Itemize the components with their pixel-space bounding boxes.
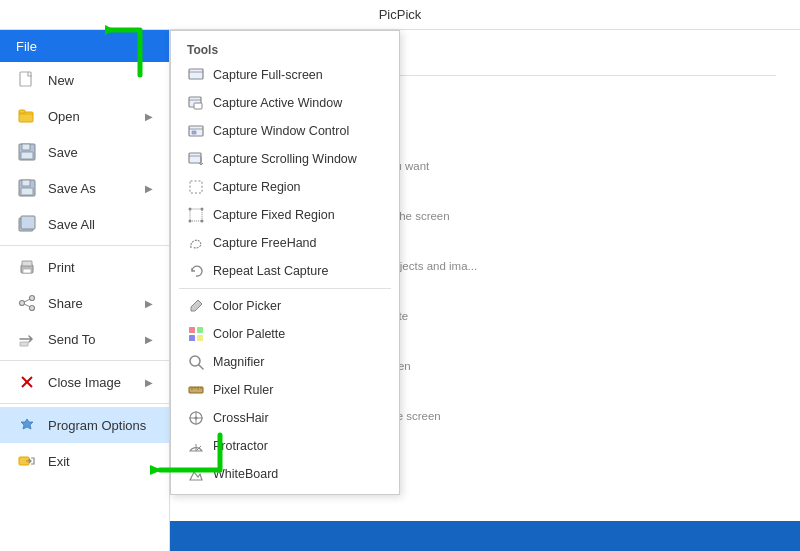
svg-rect-25 bbox=[194, 103, 202, 109]
sidebar-item-open[interactable]: Open ▶ bbox=[0, 98, 169, 134]
whiteboard-menu-icon bbox=[187, 465, 205, 483]
svg-rect-29 bbox=[190, 181, 202, 193]
svg-point-34 bbox=[201, 220, 204, 223]
svg-rect-36 bbox=[197, 327, 203, 333]
sidebar-share-label: Share bbox=[48, 296, 135, 311]
menu-label-capture-fullscreen: Capture Full-screen bbox=[213, 68, 323, 82]
menu-item-magnifier[interactable]: Magnifier bbox=[171, 348, 399, 376]
exit-icon bbox=[16, 450, 38, 472]
svg-line-40 bbox=[199, 365, 203, 369]
new-icon bbox=[16, 69, 38, 91]
pixel-ruler-menu-icon bbox=[187, 381, 205, 399]
menu-item-pixel-ruler[interactable]: Pixel Ruler bbox=[171, 376, 399, 404]
repeat-last-capture-icon bbox=[187, 262, 205, 280]
menu-item-repeat-last-capture[interactable]: Repeat Last Capture bbox=[171, 257, 399, 285]
svg-rect-0 bbox=[20, 72, 31, 86]
menu-label-color-picker: Color Picker bbox=[213, 299, 281, 313]
sidebar-divider-1 bbox=[0, 245, 169, 246]
menu-divider bbox=[179, 288, 391, 289]
menu-item-capture-scrolling-window[interactable]: Capture Scrolling Window bbox=[171, 145, 399, 173]
sidebar-item-save[interactable]: Save bbox=[0, 134, 169, 170]
protractor-menu-icon bbox=[187, 437, 205, 455]
capture-fixed-region-icon bbox=[187, 206, 205, 224]
svg-point-14 bbox=[30, 296, 35, 301]
menu-label-pixel-ruler: Pixel Ruler bbox=[213, 383, 273, 397]
menu-item-color-palette[interactable]: Color Palette bbox=[171, 320, 399, 348]
sidebar-item-print[interactable]: Print bbox=[0, 249, 169, 285]
svg-rect-19 bbox=[20, 342, 28, 346]
sidebar-item-save-all[interactable]: Save All bbox=[0, 206, 169, 242]
capture-region-icon bbox=[187, 178, 205, 196]
sidebar-print-label: Print bbox=[48, 260, 153, 275]
menu-item-capture-fixed-region[interactable]: Capture Fixed Region bbox=[171, 201, 399, 229]
tools-dropdown-menu: Tools Capture Full-screen Capture Active… bbox=[170, 30, 400, 495]
menu-label-capture-fixed-region: Capture Fixed Region bbox=[213, 208, 335, 222]
svg-rect-13 bbox=[23, 269, 31, 273]
menu-item-protractor[interactable]: Protractor bbox=[171, 432, 399, 460]
svg-rect-4 bbox=[22, 144, 30, 150]
svg-rect-7 bbox=[22, 180, 30, 186]
sidebar-send-to-label: Send To bbox=[48, 332, 135, 347]
menu-item-capture-fullscreen[interactable]: Capture Full-screen bbox=[171, 61, 399, 89]
menu-item-crosshair[interactable]: CrossHair bbox=[171, 404, 399, 432]
share-arrow-icon: ▶ bbox=[145, 298, 153, 309]
capture-fullscreen-icon bbox=[187, 66, 205, 84]
file-tab[interactable]: File bbox=[0, 30, 169, 62]
menu-item-capture-region[interactable]: Capture Region bbox=[171, 173, 399, 201]
svg-rect-10 bbox=[21, 216, 35, 229]
svg-line-17 bbox=[24, 299, 30, 302]
menu-item-whiteboard[interactable]: WhiteBoard bbox=[171, 460, 399, 488]
menu-item-color-picker[interactable]: Color Picker bbox=[171, 292, 399, 320]
app-title: PicPick bbox=[379, 7, 422, 22]
save-icon bbox=[16, 141, 38, 163]
sidebar-exit-label: Exit bbox=[48, 454, 153, 469]
sidebar-item-share[interactable]: Share ▶ bbox=[0, 285, 169, 321]
svg-rect-12 bbox=[22, 261, 32, 266]
sidebar-item-save-as[interactable]: Save As ▶ bbox=[0, 170, 169, 206]
menu-label-crosshair: CrossHair bbox=[213, 411, 269, 425]
svg-rect-35 bbox=[189, 327, 195, 333]
save-as-icon bbox=[16, 177, 38, 199]
print-icon bbox=[16, 256, 38, 278]
svg-rect-28 bbox=[189, 153, 201, 163]
sidebar-item-exit[interactable]: Exit bbox=[0, 443, 169, 479]
crosshair-menu-icon bbox=[187, 409, 205, 427]
save-as-arrow-icon: ▶ bbox=[145, 183, 153, 194]
sidebar-item-new[interactable]: New bbox=[0, 62, 169, 98]
sidebar-open-label: Open bbox=[48, 109, 135, 124]
svg-rect-8 bbox=[21, 188, 33, 195]
svg-rect-5 bbox=[21, 152, 33, 159]
capture-window-control-icon bbox=[187, 122, 205, 140]
svg-rect-30 bbox=[190, 209, 202, 221]
menu-item-capture-freehand[interactable]: Capture FreeHand bbox=[171, 229, 399, 257]
menu-label-magnifier: Magnifier bbox=[213, 355, 264, 369]
tools-section-title: Tools bbox=[171, 37, 399, 61]
sidebar-new-label: New bbox=[48, 73, 153, 88]
svg-point-32 bbox=[201, 208, 204, 211]
svg-point-33 bbox=[189, 220, 192, 223]
sidebar-item-send-to[interactable]: Send To ▶ bbox=[0, 321, 169, 357]
sidebar-save-label: Save bbox=[48, 145, 153, 160]
svg-rect-38 bbox=[197, 335, 203, 341]
menu-label-capture-scrolling-window: Capture Scrolling Window bbox=[213, 152, 357, 166]
capture-scrolling-window-icon bbox=[187, 150, 205, 168]
menu-label-protractor: Protractor bbox=[213, 439, 268, 453]
sidebar-divider-2 bbox=[0, 360, 169, 361]
sidebar-item-close-image[interactable]: Close Image ▶ bbox=[0, 364, 169, 400]
menu-label-color-palette: Color Palette bbox=[213, 327, 285, 341]
color-picker-menu-icon bbox=[187, 297, 205, 315]
svg-point-15 bbox=[30, 306, 35, 311]
capture-active-window-icon bbox=[187, 94, 205, 112]
close-image-icon bbox=[16, 371, 38, 393]
sidebar-save-as-label: Save As bbox=[48, 181, 135, 196]
color-palette-menu-icon bbox=[187, 325, 205, 343]
save-all-icon bbox=[16, 213, 38, 235]
open-icon bbox=[16, 105, 38, 127]
menu-label-repeat-last-capture: Repeat Last Capture bbox=[213, 264, 328, 278]
svg-rect-2 bbox=[19, 110, 25, 113]
svg-point-16 bbox=[20, 301, 25, 306]
svg-rect-27 bbox=[192, 131, 196, 134]
sidebar-item-program-options[interactable]: Program Options bbox=[0, 407, 169, 443]
menu-item-capture-active-window[interactable]: Capture Active Window bbox=[171, 89, 399, 117]
menu-item-capture-window-control[interactable]: Capture Window Control bbox=[171, 117, 399, 145]
